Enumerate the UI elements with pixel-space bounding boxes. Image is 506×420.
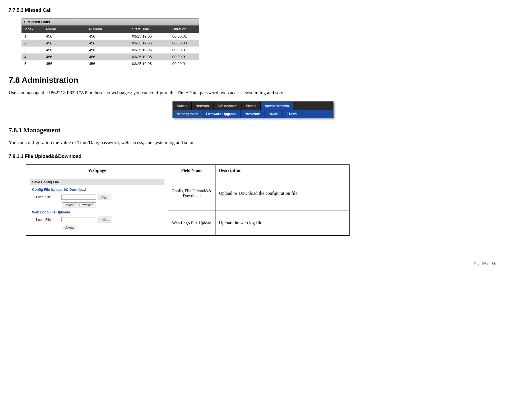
nav-top-network[interactable]: Network [192,102,213,110]
desc-config-upload: Upload or Download the configuration fil… [215,176,350,211]
col-index: Index [21,27,43,31]
nav-top-sip[interactable]: SIP Account [213,102,242,110]
table-cell: 456 [43,48,86,52]
nav-top-row: Status Network SIP Account Phone Adminis… [173,102,333,110]
table-row: 345645603/25 19:0500:00:01 [21,46,199,53]
table-cell: 456 [86,55,129,59]
logo-localfile-row: Local File 浏览… [30,216,164,224]
logo-file-input[interactable] [61,217,96,222]
nav-sub-tr069[interactable]: TR069 [283,110,301,118]
missed-calls-titlebar: Missed Calls [21,18,199,25]
table-cell: 456 [86,48,129,52]
para-7-8-1: You can configuration the value of Time/… [9,140,497,146]
heading-7-8-1: 7.8.1 Management [9,127,497,134]
admin-nav-screenshot: Status Network SIP Account Phone Adminis… [172,101,334,118]
col-number: Number [86,27,129,31]
table-cell: 03/25 19:06 [129,41,170,45]
table-cell: 3 [21,48,43,52]
th-desc: Description [215,165,350,176]
save-config-screenshot: Save Config File Config File Upload && D… [30,179,164,232]
webpage-screenshot-cell: Save Config File Config File Upload && D… [26,176,168,236]
collapse-arrow-icon [24,21,26,23]
table-cell: 456 [86,34,129,38]
table-row: 545645603/25 19:0500:00:01 [21,60,199,67]
th-webpage: Webpage [26,165,168,176]
config-upload-subtitle: Config File Upload && Download [30,187,164,193]
desc-weblogo: Upload the web log file. [215,211,350,235]
file-upload-table: Webpage Field Name Description Save Conf… [26,164,350,236]
field-config-upload: Config File Upload&& Download [168,176,215,211]
heading-7-8-1-1: 7.8.1.1 File Upload&&Download [9,154,497,159]
col-name: Name [43,27,86,31]
field-weblogo: Web Logo File Upload [168,211,215,235]
table-cell: 00:00:01 [169,62,199,66]
upload-button-1[interactable]: Upload [62,202,77,207]
para-7-8: Use can manage the IP622C/IP622CWP in th… [9,90,497,96]
download-button[interactable]: Download [77,202,96,207]
table-cell: 03/25 19:05 [129,48,170,52]
table-cell: 456 [43,34,86,38]
upload-button-2[interactable]: Upload [62,225,77,230]
local-file-label-2: Local File [36,218,59,222]
heading-7-7-5-3: 7.7.5.3 Missed Call [9,7,497,13]
table-cell: 03/25 19:05 [129,62,170,66]
col-dur: Duration [169,27,199,31]
table-row: 445645603/25 19:0500:00:01 [21,53,199,60]
table-cell: 03/25 19:05 [129,55,170,59]
nav-sub-snmp[interactable]: SNMP [264,110,283,118]
table-cell: 2 [21,41,43,45]
table-cell: 00:00:01 [169,34,199,38]
browse-button-2[interactable]: 浏览… [99,217,112,223]
table-cell: 00:00:01 [169,48,199,52]
missed-calls-title: Missed Calls [28,20,50,24]
config-localfile-row: Local File 浏览… [30,193,164,201]
th-field: Field Name [168,165,215,176]
table-cell: 456 [86,41,129,45]
table-cell: 4 [21,55,43,59]
table-cell: 456 [43,41,86,45]
table-cell: 00:00:01 [169,55,199,59]
table-row: 245645603/25 19:0600:00:00 [21,40,199,46]
table-cell: 00:00:00 [169,41,199,45]
missed-calls-screenshot: Missed Calls Index Name Number Start Tim… [21,18,199,67]
nav-sub-row: Management Firmware Upgrade Provision SN… [173,110,333,118]
nav-top-phone[interactable]: Phone [242,102,261,110]
table-cell: 456 [43,62,86,66]
nav-sub-management[interactable]: Management [173,110,202,118]
nav-top-status[interactable]: Status [173,102,192,110]
nav-top-admin[interactable]: Administration [261,102,293,110]
local-file-label-1: Local File [36,195,59,199]
browse-button-1[interactable]: 浏览… [99,194,112,200]
page-footer: Page 55 of 68 [9,262,497,266]
config-file-input[interactable] [61,195,96,200]
table-cell: 1 [21,34,43,38]
save-config-title: Save Config File [30,179,164,185]
nav-sub-provision[interactable]: Provision [241,110,265,118]
nav-sub-firmware[interactable]: Firmware Upgrade [202,110,240,118]
table-row: 145645603/25 19:0600:00:01 [21,33,199,40]
table-cell: 456 [43,55,86,59]
table-cell: 03/25 19:06 [129,34,170,38]
heading-7-8: 7.8 Administration [9,76,497,85]
missed-calls-header-row: Index Name Number Start Time Duration [21,25,199,33]
col-start: Start Time [129,27,170,31]
table-cell: 456 [86,62,129,66]
weblogo-subtitle: Web Logo File Uploade [30,210,164,216]
table-cell: 5 [21,62,43,66]
